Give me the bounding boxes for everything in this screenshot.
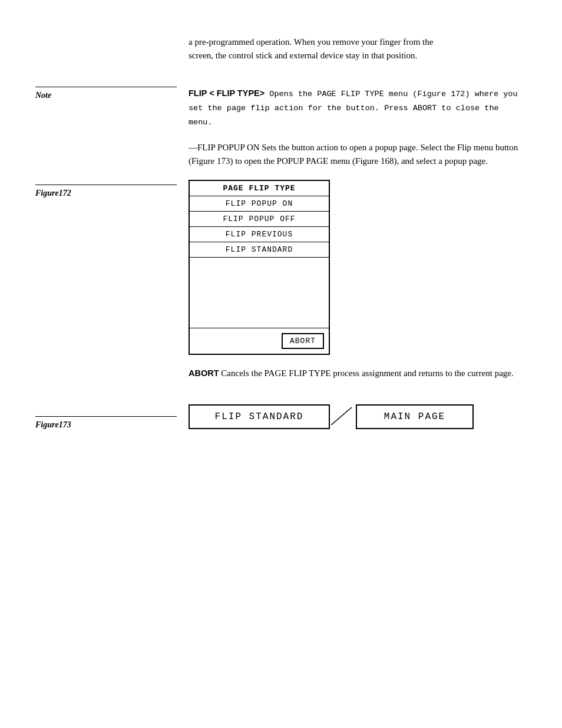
note-content: FLIP < FLIP TYPE> Opens the PAGE FLIP TY… xyxy=(189,74,562,129)
popup-right: —FLIP POPUP ON Sets the button action to… xyxy=(189,141,562,169)
menu-header: PAGE FLIP TYPE xyxy=(190,181,329,196)
note-row: Note FLIP < FLIP TYPE> Opens the PAGE FL… xyxy=(0,74,562,129)
svg-line-0 xyxy=(331,407,352,425)
menu-item-flip-previous[interactable]: FLIP PREVIOUS xyxy=(190,227,329,242)
abort-right: ABORT Cancels the PAGE FLIP TYPE process… xyxy=(189,367,562,380)
figure173-label-text: Figure173 xyxy=(35,416,177,430)
figure173-row: Figure173 FLIP STANDARD MAIN PAGE xyxy=(0,398,562,430)
figure172-row: Figure172 PAGE FLIP TYPE FLIP POPUP ON F… xyxy=(0,180,562,355)
intro-left xyxy=(0,35,189,74)
page-container: a pre-programmed operation. When you rem… xyxy=(0,0,562,728)
menu-spacer xyxy=(190,258,329,328)
intro-line1: a pre-programmed operation. When you rem… xyxy=(189,35,527,49)
note-label-col: Note xyxy=(0,74,189,129)
page-flip-type-menu: PAGE FLIP TYPE FLIP POPUP ON FLIP POPUP … xyxy=(189,180,330,355)
fig173-wrapper: FLIP STANDARD MAIN PAGE xyxy=(189,404,527,429)
intro-row: a pre-programmed operation. When you rem… xyxy=(0,35,562,74)
abort-keyword: ABORT xyxy=(189,368,219,378)
note-label-text: Note xyxy=(35,87,177,100)
popup-left xyxy=(0,141,189,169)
menu-item-flip-popup-off[interactable]: FLIP POPUP OFF xyxy=(190,212,329,227)
figure173-label-col: Figure173 xyxy=(0,398,189,430)
popup-description: —FLIP POPUP ON Sets the button action to… xyxy=(189,141,527,169)
abort-left xyxy=(0,367,189,380)
abort-row: ABORT Cancels the PAGE FLIP TYPE process… xyxy=(0,367,562,380)
flip-keyword: FLIP < FLIP TYPE> xyxy=(189,88,265,98)
figure172-label-col: Figure172 xyxy=(0,180,189,198)
menu-abort-area: ABORT xyxy=(190,328,329,354)
abort-desc-text: Cancels the PAGE FLIP TYPE process assig… xyxy=(219,368,514,378)
flip-description: FLIP < FLIP TYPE> Opens the PAGE FLIP TY… xyxy=(189,87,527,129)
abort-description: ABORT Cancels the PAGE FLIP TYPE process… xyxy=(189,367,527,380)
intro-line2: screen, the control stick and external d… xyxy=(189,49,527,62)
popup-row: —FLIP POPUP ON Sets the button action to… xyxy=(0,141,562,169)
intro-right: a pre-programmed operation. When you rem… xyxy=(189,35,562,74)
main-page-button[interactable]: MAIN PAGE xyxy=(356,404,474,429)
figure172-content: PAGE FLIP TYPE FLIP POPUP ON FLIP POPUP … xyxy=(189,180,562,355)
connector-area xyxy=(330,404,355,428)
figure173-content: FLIP STANDARD MAIN PAGE xyxy=(189,398,562,429)
diagonal-connector xyxy=(331,404,355,422)
flip-standard-button[interactable]: FLIP STANDARD xyxy=(189,404,330,429)
menu-item-flip-popup-on[interactable]: FLIP POPUP ON xyxy=(190,196,329,212)
figure172-label-text: Figure172 xyxy=(35,185,177,198)
menu-item-flip-standard[interactable]: FLIP STANDARD xyxy=(190,242,329,258)
abort-button[interactable]: ABORT xyxy=(282,333,324,349)
